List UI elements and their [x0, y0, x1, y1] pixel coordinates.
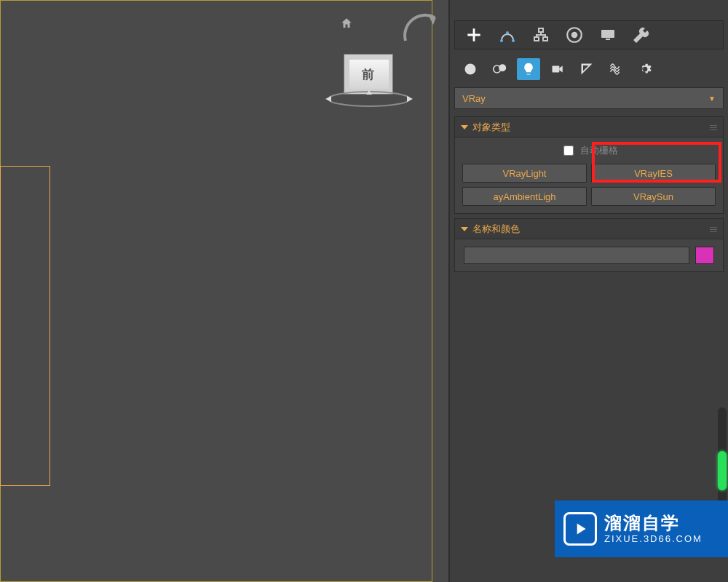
rollout-header-name-color[interactable]: 名称和颜色: [455, 219, 723, 239]
create-subcategories: [454, 57, 724, 81]
svg-point-8: [571, 32, 578, 39]
autogrid-checkbox[interactable]: [563, 146, 574, 156]
svg-rect-14: [553, 66, 560, 73]
svg-point-13: [499, 65, 505, 71]
object-button-vraysun[interactable]: VRaySun: [591, 187, 716, 206]
tab-modify[interactable]: [493, 22, 522, 48]
subtab-systems[interactable]: [633, 58, 657, 80]
rollout-title: 对象类型: [472, 121, 510, 134]
watermark-banner: 溜溜自学 ZIXUE.3D66.COM: [555, 501, 728, 557]
svg-point-2: [512, 39, 515, 42]
svg-rect-6: [543, 37, 547, 41]
subtab-geometry[interactable]: [459, 58, 482, 80]
banner-title: 溜溜自学: [604, 514, 703, 533]
home-icon[interactable]: [340, 17, 353, 32]
svg-rect-10: [606, 39, 610, 40]
tab-create[interactable]: [459, 22, 488, 48]
tab-motion[interactable]: [560, 22, 589, 48]
viewcube[interactable]: 前: [349, 60, 389, 89]
rollout-header-object-type[interactable]: 对象类型: [455, 117, 723, 137]
object-button-vrayambientlight[interactable]: ayAmbientLigh: [462, 187, 587, 206]
viewcube-label: 前: [362, 66, 377, 83]
orbit-arrow-icon[interactable]: [400, 9, 443, 52]
object-button-vraylight[interactable]: VRayLight: [462, 164, 587, 183]
category-dropdown[interactable]: VRay ▼: [454, 87, 724, 109]
svg-point-3: [506, 31, 509, 34]
chevron-down-icon: ▼: [708, 95, 716, 103]
subtab-lights[interactable]: [517, 58, 540, 80]
command-panel: VRay ▼ 对象类型 自动栅格 VRayLight VRayIES ayAmb…: [450, 0, 728, 582]
grip-icon: [710, 124, 717, 130]
autogrid-toggle[interactable]: 自动栅格: [462, 143, 716, 158]
grip-icon: [710, 226, 717, 232]
svg-point-11: [465, 64, 476, 75]
tab-display[interactable]: [593, 22, 622, 48]
svg-rect-4: [539, 28, 543, 32]
subtab-helpers[interactable]: [575, 58, 598, 80]
viewport[interactable]: 前: [0, 0, 450, 582]
play-icon: [563, 512, 597, 546]
dropdown-value: VRay: [462, 93, 486, 104]
object-button-vrayies[interactable]: VRayIES: [591, 164, 716, 183]
rollout-object-type: 对象类型 自动栅格 VRayLight VRayIES ayAmbientLig…: [454, 116, 724, 214]
command-panel-tabs: [454, 20, 724, 49]
scene-object-outline[interactable]: [0, 166, 50, 486]
object-color-swatch[interactable]: [695, 247, 714, 264]
subtab-shapes[interactable]: [488, 58, 511, 80]
rollout-name-color: 名称和颜色: [454, 218, 724, 272]
svg-rect-5: [534, 37, 539, 41]
scrollbar-thumb[interactable]: [718, 451, 727, 490]
subtab-spacewarps[interactable]: [604, 58, 628, 80]
compass-ring-icon[interactable]: [323, 89, 416, 112]
object-name-input[interactable]: [464, 247, 689, 264]
svg-point-1: [500, 39, 503, 42]
banner-subtitle: ZIXUE.3D66.COM: [604, 533, 703, 544]
tab-utilities[interactable]: [627, 22, 656, 48]
tab-hierarchy[interactable]: [526, 22, 555, 48]
autogrid-label: 自动栅格: [580, 144, 618, 157]
rollout-title: 名称和颜色: [472, 223, 520, 236]
subtab-cameras[interactable]: [546, 58, 569, 80]
svg-rect-9: [601, 30, 614, 38]
